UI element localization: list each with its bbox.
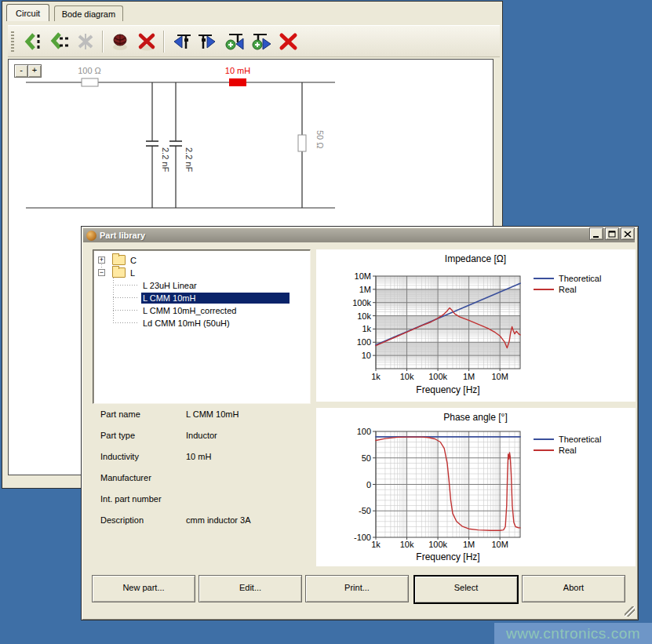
detail-value: 10 mH: [186, 452, 390, 461]
maximize-button[interactable]: [605, 227, 619, 240]
svg-text:Real: Real: [559, 446, 577, 455]
component-capacitor-1[interactable]: 2.2 nF: [146, 141, 170, 172]
part-library-app-icon: [86, 231, 97, 241]
minimize-button[interactable]: [589, 227, 603, 240]
tree-connector: [113, 310, 138, 311]
svg-text:Theoretical: Theoretical: [559, 435, 601, 444]
tree-connector: [113, 285, 138, 286]
remove-real-part-icon[interactable]: [133, 29, 160, 54]
watermark-text: www.cntronics.com: [506, 625, 640, 642]
svg-text:Frequency [Hz]: Frequency [Hz]: [416, 384, 479, 395]
part-tree[interactable]: + C − L L 23uH Linear L CMM 10mH L CMM 1…: [93, 249, 311, 404]
svg-text:100k: 100k: [428, 372, 447, 381]
toolbar-grip-handle[interactable]: [11, 31, 14, 52]
dialog-titlebar[interactable]: Part library: [83, 228, 635, 242]
svg-text:1M: 1M: [463, 540, 475, 549]
tree-item[interactable]: Ld CMM 10mH (50uH): [141, 317, 231, 329]
print-button[interactable]: Print...: [305, 575, 409, 602]
svg-text:100k: 100k: [352, 298, 371, 307]
series-resistor-label: 100 Ω: [78, 66, 101, 75]
tree-item[interactable]: L 23uH Linear: [141, 279, 199, 291]
impedance-chart: 1k10k100k1M10M10M1M100k10k1k10010Impedan…: [316, 249, 636, 402]
delete-probe-icon[interactable]: [275, 29, 301, 54]
close-button[interactable]: [621, 227, 635, 240]
zoom-out-button[interactable]: -: [14, 64, 28, 78]
collapse-icon[interactable]: −: [98, 269, 105, 276]
dialog-title: Part library: [100, 231, 145, 240]
tree-item-selected[interactable]: L CMM 10mH: [141, 292, 290, 304]
svg-text:1k: 1k: [371, 372, 381, 381]
flip-component-left-icon[interactable]: [19, 29, 46, 54]
svg-text:10M: 10M: [491, 372, 508, 381]
capacitor1-label: 2.2 nF: [161, 147, 170, 172]
watermark-band: www.cntronics.com: [494, 623, 652, 644]
detail-value: Inductor: [186, 431, 390, 440]
component-inductor[interactable]: 10 mH: [225, 66, 250, 86]
probe-previous-icon[interactable]: [168, 29, 195, 54]
svg-text:10k: 10k: [357, 311, 371, 321]
expand-icon[interactable]: +: [98, 257, 105, 264]
svg-text:10M: 10M: [491, 540, 508, 549]
tree-folder-C[interactable]: + C: [98, 254, 138, 266]
detail-label: Int. part number: [100, 494, 183, 504]
svg-text:Real: Real: [559, 285, 577, 294]
svg-text:Phase angle [°]: Phase angle [°]: [443, 412, 508, 423]
tab-circuit[interactable]: Circuit: [6, 4, 49, 21]
svg-text:1M: 1M: [359, 285, 371, 294]
detail-value: cmm inductor 3A: [186, 515, 390, 525]
detail-label: Manufacturer: [100, 473, 183, 482]
part-library-dialog: Part library + C − L L 23uH Linear L CMM…: [81, 226, 639, 620]
svg-text:Theoretical: Theoretical: [559, 274, 601, 283]
folder-icon: [112, 267, 126, 278]
tree-item-label: L CMM 10mH_corrected: [141, 305, 238, 316]
load-resistor-label: 50 Ω: [315, 130, 325, 149]
resize-grip[interactable]: [625, 606, 635, 617]
zoom-in-button[interactable]: +: [27, 64, 42, 78]
svg-text:100k: 100k: [428, 540, 447, 549]
new-part-button[interactable]: New part...: [92, 575, 195, 602]
toolbar: [8, 25, 500, 57]
svg-text:-50: -50: [359, 506, 371, 515]
svg-text:1M: 1M: [463, 372, 475, 381]
svg-text:0: 0: [366, 480, 371, 489]
add-probe-after-icon[interactable]: [248, 29, 275, 54]
svg-text:10: 10: [362, 351, 371, 360]
folder-icon: [112, 255, 126, 265]
toolbar-separator: [163, 31, 165, 53]
detail-value: L CMM 10mH: [186, 409, 390, 419]
assign-real-part-bug-icon[interactable]: [107, 29, 133, 54]
tree-folder-label: L: [129, 267, 137, 278]
window-controls: [588, 227, 635, 241]
abort-button[interactable]: Abort: [522, 575, 625, 602]
svg-text:Impedance [Ω]: Impedance [Ω]: [445, 253, 506, 264]
tree-item-label: Ld CMM 10mH (50uH): [141, 318, 231, 329]
svg-text:10k: 10k: [400, 540, 414, 549]
probe-next-icon[interactable]: [195, 29, 221, 54]
flip-component-vertical-icon[interactable]: [46, 29, 72, 54]
tree-folder-L[interactable]: − L: [98, 267, 137, 278]
detail-label: Part name: [100, 409, 183, 419]
delete-component-disabled-icon: [72, 29, 99, 54]
svg-text:1k: 1k: [362, 324, 371, 333]
tree-item[interactable]: L CMM 10mH_corrected: [141, 304, 238, 316]
tree-item-label: L CMM 10mH: [141, 293, 290, 304]
tree-connector: [113, 297, 138, 298]
tab-bode-diagram[interactable]: Bode diagram: [54, 5, 124, 21]
svg-text:-100: -100: [354, 533, 371, 542]
component-capacitor-2[interactable]: 2.2 nF: [169, 141, 194, 172]
tree-connector: [113, 275, 114, 322]
add-probe-before-icon[interactable]: [221, 29, 248, 54]
svg-text:10k: 10k: [400, 372, 414, 381]
select-button[interactable]: Select: [413, 575, 519, 604]
toolbar-separator: [102, 31, 104, 53]
edit-button[interactable]: Edit...: [199, 575, 302, 602]
svg-text:1k: 1k: [371, 540, 381, 549]
inductor-label: 10 mH: [225, 66, 250, 75]
component-series-resistor[interactable]: 100 Ω: [78, 66, 101, 86]
detail-label: Part type: [100, 431, 183, 440]
tree-item-label: L 23uH Linear: [141, 280, 199, 291]
detail-label: Inductivity: [100, 452, 183, 461]
capacitor2-label: 2.2 nF: [184, 147, 194, 172]
detail-label: Description: [100, 515, 183, 525]
svg-text:100: 100: [357, 337, 371, 347]
